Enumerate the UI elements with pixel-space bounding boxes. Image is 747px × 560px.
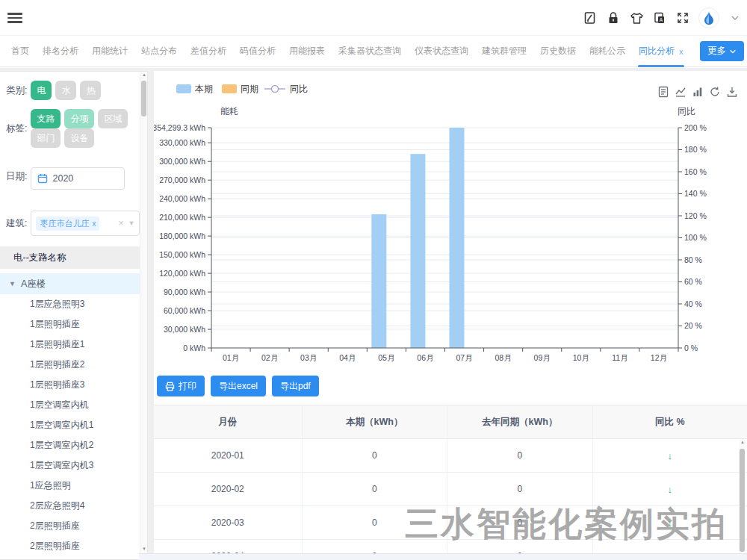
- fullscreen-icon[interactable]: [675, 10, 690, 25]
- bar-本期-05月[interactable]: [371, 214, 386, 348]
- tab-差值分析[interactable]: 差值分析: [184, 36, 233, 67]
- circuit-tree: ▼ A座楼 1层应急照明31层照明插座1层照明插座11层照明插座21层照明插座3…: [0, 273, 147, 560]
- download-icon[interactable]: [726, 86, 738, 98]
- chart-legend[interactable]: 本期同期同比: [176, 84, 308, 94]
- menu-icon[interactable]: [7, 10, 22, 24]
- tab-排名分析[interactable]: 排名分析: [36, 36, 85, 67]
- chart-canvas: 0 kWh30,000 kWh60,000 kWh90,000 kWh120,0…: [154, 71, 747, 370]
- table-header-row: 月份本期（kWh）去年同期（kWh）同比 %: [154, 405, 747, 439]
- category-chip-水[interactable]: 水: [55, 81, 76, 100]
- tree-node[interactable]: 2层照明插座: [0, 516, 147, 536]
- svg-text:A: A: [660, 17, 663, 22]
- column-header: 本期（kWh）: [303, 405, 448, 438]
- line-chart-icon[interactable]: [675, 86, 686, 98]
- tab-close-icon[interactable]: x: [679, 47, 684, 56]
- tag-chip-设备[interactable]: 设备: [64, 128, 94, 148]
- lock-icon[interactable]: [606, 10, 621, 25]
- svg-text:80 %: 80 %: [684, 255, 702, 264]
- tshirt-icon[interactable]: [629, 10, 644, 25]
- column-header: 同比 %: [593, 405, 747, 438]
- svg-text:同比: 同比: [290, 84, 308, 94]
- svg-text:07月: 07月: [456, 353, 472, 362]
- bar-本期-07月[interactable]: [450, 128, 465, 348]
- table-cell: 2020-01: [154, 439, 303, 472]
- table-cell: 2020-02: [154, 473, 303, 505]
- restore-icon[interactable]: [709, 86, 721, 98]
- table-scroll-thumb[interactable]: [740, 449, 745, 552]
- svg-text:330,000 kWh: 330,000 kWh: [159, 138, 205, 147]
- scroll-down-icon[interactable]: ▼: [140, 547, 148, 551]
- main-panel: 0 kWh30,000 kWh60,000 kWh90,000 kWh120,0…: [154, 71, 747, 560]
- tab-历史数据[interactable]: 历史数据: [533, 36, 583, 67]
- tree-node[interactable]: 1层空调室内机1: [0, 415, 147, 435]
- tag-chip-区域[interactable]: 区域: [98, 109, 128, 128]
- tab-采集器状态查询[interactable]: 采集器状态查询: [332, 36, 408, 67]
- chart-left-axis: 0 kWh30,000 kWh60,000 kWh90,000 kWh120,0…: [154, 123, 211, 352]
- tree-node[interactable]: 1层空调室内机3: [0, 455, 147, 476]
- print-button[interactable]: 打印: [157, 376, 205, 396]
- yoy-chart: 0 kWh30,000 kWh60,000 kWh90,000 kWh120,0…: [154, 71, 747, 370]
- tree-node[interactable]: 1应急照明: [0, 476, 147, 496]
- sidebar-scroll-thumb[interactable]: [141, 81, 146, 116]
- tab-仪表状态查询[interactable]: 仪表状态查询: [408, 36, 475, 67]
- svg-text:300,000 kWh: 300,000 kWh: [159, 157, 205, 166]
- tree-node[interactable]: 1层应急照明3: [0, 294, 147, 314]
- bar-本期-06月[interactable]: [410, 154, 425, 348]
- tree-node[interactable]: 1层空调室内机2: [0, 435, 147, 455]
- sidebar-scrollbar[interactable]: ▲ ▼: [140, 72, 147, 560]
- tree-node-parent[interactable]: ▼ A座楼: [0, 273, 147, 294]
- chevron-down-icon: [729, 48, 737, 55]
- tag-close-icon[interactable]: x: [92, 220, 96, 228]
- tag-chip-分项[interactable]: 分项: [64, 109, 94, 128]
- tree-node[interactable]: 1层照明插座: [0, 314, 147, 335]
- tree-node[interactable]: 1层照明插座1: [0, 335, 147, 355]
- category-chip-热[interactable]: 热: [80, 81, 101, 100]
- print-button-label: 打印: [179, 380, 196, 393]
- export-excel-button[interactable]: 导出excel: [211, 376, 266, 396]
- tab-同比分析[interactable]: 同比分析x: [632, 36, 690, 67]
- tab-用能统计[interactable]: 用能统计: [85, 36, 134, 67]
- note-edit-icon[interactable]: [583, 10, 598, 25]
- building-label: 建筑:: [6, 217, 27, 230]
- scroll-up-icon[interactable]: ▲: [140, 72, 148, 77]
- tab-站点分布[interactable]: 站点分布: [134, 36, 184, 67]
- tab-用能报表[interactable]: 用能报表: [282, 36, 332, 67]
- more-button[interactable]: 更多: [700, 41, 744, 61]
- building-select[interactable]: 枣庄市台儿庄 x × ▼: [31, 211, 140, 236]
- tree-node[interactable]: 2层照明插座1: [0, 556, 147, 560]
- date-input[interactable]: 2020: [31, 167, 125, 190]
- tree-node[interactable]: 1层照明插座3: [0, 375, 147, 395]
- svg-text:0 %: 0 %: [684, 343, 698, 352]
- tab-建筑群管理[interactable]: 建筑群管理: [475, 36, 533, 67]
- bar-chart-icon[interactable]: [692, 86, 704, 98]
- column-header: 月份: [154, 405, 303, 438]
- category-chip-电[interactable]: 电: [31, 81, 52, 100]
- chart-right-axis: 0 %20 %40 %60 %80 %100 %120 %140 %160 %1…: [678, 123, 707, 352]
- data-view-icon[interactable]: [657, 86, 669, 98]
- tab-码值分析[interactable]: 码值分析: [233, 36, 282, 67]
- water-drop-logo[interactable]: [698, 7, 719, 28]
- horizontal-scrollbar-track[interactable]: [139, 553, 747, 560]
- tag-chip-支路[interactable]: 支路: [31, 109, 61, 128]
- tab-能耗公示[interactable]: 能耗公示: [583, 36, 632, 67]
- tree-node[interactable]: 1层空调室内机: [0, 395, 147, 415]
- svg-text:08月: 08月: [495, 353, 512, 362]
- table-scrollbar[interactable]: ▲: [739, 439, 746, 560]
- tree-node[interactable]: 2层应急照明4: [0, 496, 147, 516]
- select-arrow-icon: ▼: [128, 220, 135, 227]
- tag-chip-部门[interactable]: 部门: [31, 128, 61, 148]
- date-value: 2020: [52, 173, 73, 184]
- tree-node[interactable]: 2层照明插座: [0, 536, 147, 556]
- caret-down-icon[interactable]: ▼: [9, 280, 16, 287]
- select-clear-icon[interactable]: ×: [119, 218, 124, 228]
- svg-text:240,000 kWh: 240,000 kWh: [159, 194, 205, 203]
- svg-text:03月: 03月: [300, 353, 317, 362]
- building-tag: 枣庄市台儿庄 x: [36, 217, 99, 231]
- id-card-icon[interactable]: A: [652, 10, 667, 25]
- scroll-up-icon[interactable]: ▲: [739, 440, 746, 444]
- tree-node[interactable]: 1层照明插座2: [0, 355, 147, 375]
- tab-首页[interactable]: 首页: [4, 36, 36, 67]
- chevron-down-icon[interactable]: [728, 10, 743, 25]
- export-pdf-button[interactable]: 导出pdf: [272, 376, 319, 396]
- header-actions: A: [583, 0, 746, 36]
